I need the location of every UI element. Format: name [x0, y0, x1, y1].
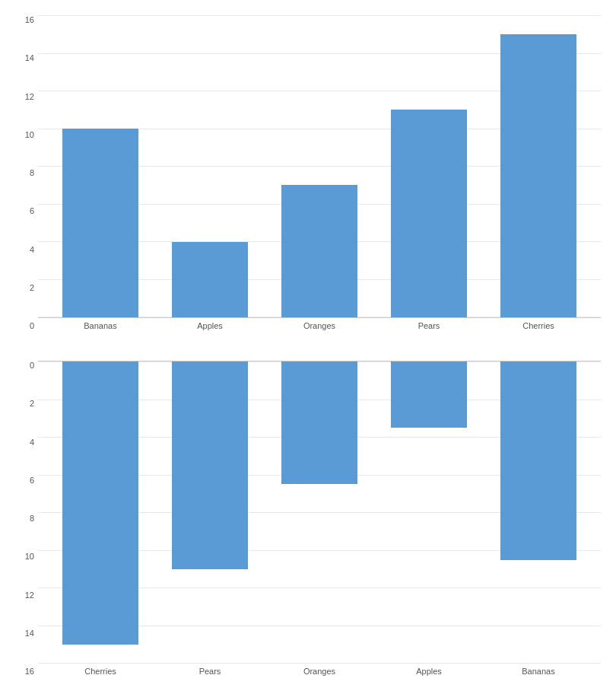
chart2-wrapper: 0246810121416 CherriesPearsOrangesApples… [15, 353, 601, 683]
bar [281, 361, 358, 484]
bar-col [484, 15, 593, 317]
y-axis-label: 2 [30, 399, 34, 408]
x-label: Oranges [265, 667, 374, 676]
chart1-bars-row [38, 15, 601, 317]
chart2-plot [38, 361, 601, 664]
chart2-bars-grid: CherriesPearsOrangesApplesBananas [38, 361, 601, 676]
x-label: Cherries [46, 667, 155, 676]
y-axis-label: 10 [25, 552, 34, 561]
y-axis-label: 14 [25, 53, 34, 62]
y-axis-label: 8 [30, 168, 34, 177]
charts-container: 1614121086420 BananasApplesOrangesPearsC… [0, 0, 616, 691]
y-axis-label: 12 [25, 92, 34, 101]
bar [172, 242, 249, 317]
bar-col [484, 361, 593, 664]
y-axis-label: 16 [25, 667, 34, 676]
bar [62, 361, 139, 645]
x-label: Cherries [484, 321, 593, 330]
bar-col [155, 361, 265, 664]
bar-col [265, 361, 374, 664]
bar [391, 110, 468, 317]
chart1-wrapper: 1614121086420 BananasApplesOrangesPearsC… [15, 8, 601, 338]
y-axis-label: 4 [30, 245, 34, 254]
bar [500, 361, 577, 560]
x-label: Bananas [484, 667, 593, 676]
chart-divider [15, 338, 601, 353]
x-label: Pears [155, 667, 265, 676]
bar [281, 185, 358, 317]
y-axis-label: 8 [30, 514, 34, 523]
bar [391, 361, 468, 428]
bar-col [46, 361, 155, 664]
chart1-area: 1614121086420 BananasApplesOrangesPearsC… [15, 15, 601, 330]
y-axis-label: 2 [30, 283, 34, 292]
x-label: Apples [374, 667, 484, 676]
x-label: Pears [374, 321, 484, 330]
y-axis-label: 4 [30, 438, 34, 447]
y-axis-label: 14 [25, 629, 34, 638]
chart2-y-axis: 0246810121416 [15, 361, 38, 676]
bar [172, 361, 249, 569]
y-axis-label: 0 [30, 321, 34, 330]
chart1-plot [38, 15, 601, 318]
chart2-x-labels: CherriesPearsOrangesApplesBananas [38, 667, 601, 676]
bar-col [155, 15, 265, 317]
y-axis-label: 6 [30, 206, 34, 215]
bar [62, 129, 139, 317]
chart2-bars-row [38, 361, 601, 664]
y-axis-label: 6 [30, 476, 34, 485]
bar-col [46, 15, 155, 317]
y-axis-label: 16 [25, 15, 34, 24]
y-axis-label: 10 [25, 130, 34, 139]
chart1-bars-grid: BananasApplesOrangesPearsCherries [38, 15, 601, 330]
x-label: Bananas [46, 321, 155, 330]
bar-col [374, 15, 484, 317]
chart1-x-labels: BananasApplesOrangesPearsCherries [38, 321, 601, 330]
y-axis-label: 0 [30, 361, 34, 370]
x-label: Oranges [265, 321, 374, 330]
x-label: Apples [155, 321, 265, 330]
chart1-y-axis: 1614121086420 [15, 15, 38, 330]
bar-col [374, 361, 484, 664]
bar-col [265, 15, 374, 317]
bar [500, 34, 577, 317]
chart2-area: 0246810121416 CherriesPearsOrangesApples… [15, 361, 601, 676]
y-axis-label: 12 [25, 591, 34, 600]
